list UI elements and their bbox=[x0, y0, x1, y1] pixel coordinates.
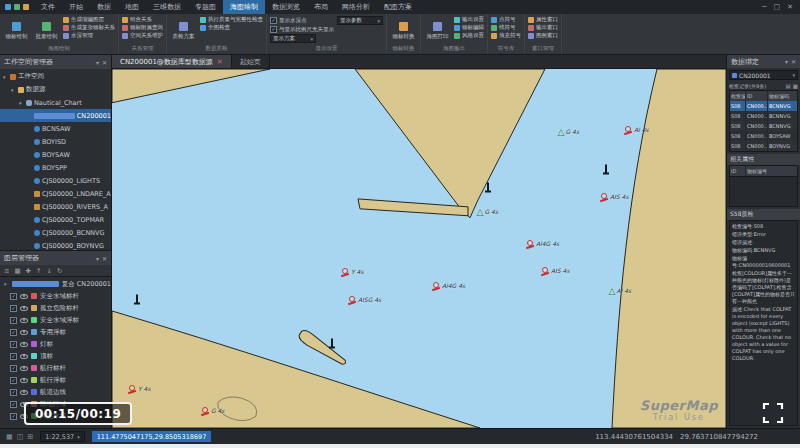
visibility-eye-icon[interactable] bbox=[20, 354, 28, 359]
check-table-row[interactable]: S08CN000…BCNNVG bbox=[730, 111, 797, 121]
ribbon-button[interactable]: 物标附属查询 bbox=[122, 24, 163, 31]
ribbon-tab[interactable]: 海图绘制 bbox=[223, 0, 265, 14]
map-symbol-buoy[interactable]: Al4G 4s bbox=[433, 282, 439, 288]
ribbon-tab[interactable]: 网络分析 bbox=[335, 0, 377, 14]
map-symbol-buoy[interactable]: Al 4s bbox=[625, 126, 631, 132]
map-symbol-buoy[interactable]: Y 4s bbox=[129, 385, 135, 391]
map-symbol-tri[interactable]: △G 4s bbox=[477, 208, 484, 217]
ribbon-button[interactable]: 生成复杂物标关系 bbox=[63, 24, 115, 31]
map-symbol-beacon[interactable] bbox=[487, 183, 489, 192]
add-layer-icon[interactable]: ✚ bbox=[26, 267, 31, 275]
list-view-icon[interactable]: ▤ bbox=[786, 83, 791, 89]
ribbon-dropdown[interactable]: 显示参数▾ bbox=[337, 16, 383, 25]
ribbon-button[interactable]: 质检方案 bbox=[170, 16, 197, 44]
tree-item[interactable]: ▾工作空间 bbox=[0, 70, 111, 83]
close-icon[interactable]: ✕ bbox=[102, 255, 107, 262]
map-symbol-buoy[interactable]: G 4s bbox=[202, 407, 208, 413]
tree-item[interactable]: BOYSPP bbox=[0, 161, 111, 174]
ribbon-tab[interactable]: 开始 bbox=[62, 0, 90, 14]
visibility-eye-icon[interactable] bbox=[20, 378, 28, 383]
collapse-icon[interactable]: ▾ bbox=[96, 59, 99, 66]
checkbox-icon[interactable]: ✓ bbox=[10, 377, 17, 384]
ribbon-checkbox[interactable]: ✓与显示比例尺无关显示 bbox=[270, 25, 334, 33]
layer-item[interactable]: ✓灯标 bbox=[0, 338, 111, 350]
map-symbol-buoy[interactable]: AIS 4s bbox=[601, 193, 607, 199]
map-symbol-tri[interactable]: △G 4s bbox=[558, 128, 565, 137]
dataset-combo[interactable]: CN200001 ▾ bbox=[729, 70, 798, 80]
grid-view-icon[interactable]: ▦ bbox=[793, 83, 798, 89]
layer-item[interactable]: ✓安全水域标杆 bbox=[0, 290, 111, 302]
checkbox-icon[interactable]: ✓ bbox=[10, 365, 17, 372]
tree-item[interactable]: CJS00000_LIGHTS bbox=[0, 174, 111, 187]
map-symbol-beacon[interactable] bbox=[605, 165, 607, 174]
move-up-icon[interactable]: ↑ bbox=[36, 267, 41, 275]
visibility-eye-icon[interactable] bbox=[20, 390, 28, 395]
layer-item[interactable]: ✓安全水域浮标 bbox=[0, 314, 111, 326]
tree-item[interactable]: BOYSAW bbox=[0, 148, 111, 161]
tree-item[interactable]: ▾Nautical_Chart bbox=[0, 96, 111, 109]
map-symbol-beacon[interactable] bbox=[136, 295, 138, 304]
map-symbol-buoy[interactable]: AIS 4s bbox=[542, 267, 548, 273]
fullscreen-button[interactable] bbox=[762, 402, 784, 424]
ribbon-tab[interactable]: 数据浏览 bbox=[265, 0, 307, 14]
layer-item[interactable]: ✓孤立危险标杆 bbox=[0, 302, 111, 314]
scale-combo[interactable]: 1:22,537 ▾ bbox=[40, 431, 85, 442]
visibility-eye-icon[interactable] bbox=[20, 318, 28, 323]
layer-item[interactable]: ✓航道边线 bbox=[0, 386, 111, 398]
ribbon-button[interactable]: 生成缩编图层 bbox=[63, 16, 115, 23]
expander-icon[interactable]: ▾ bbox=[11, 87, 16, 93]
tree-item[interactable]: CJS00000_LNDARE_A bbox=[0, 187, 111, 200]
close-icon[interactable]: ✕ bbox=[217, 58, 223, 66]
map-symbol-buoy[interactable]: Al4G 4s bbox=[527, 240, 533, 246]
ribbon-button[interactable]: 风格设置 bbox=[454, 32, 484, 39]
map-view[interactable]: △G 4s△G 4sAl 4sAIS 4sAl4G 4sAIS 4sAl4G 4… bbox=[112, 69, 726, 428]
checkbox-icon[interactable]: ✓ bbox=[10, 389, 17, 396]
ribbon-checkbox[interactable]: ✓显示水深点 bbox=[270, 16, 334, 24]
maximize-icon[interactable]: □ bbox=[774, 3, 781, 11]
ribbon-button[interactable]: 属性窗口 bbox=[528, 16, 558, 23]
layer-item[interactable]: ✓航行浮标 bbox=[0, 374, 111, 386]
ribbon-button[interactable]: 图例窗口 bbox=[528, 32, 558, 39]
ribbon-tab[interactable]: 布局 bbox=[307, 0, 335, 14]
map-symbol-buoy[interactable]: AISG 4s bbox=[349, 296, 355, 302]
checkbox-icon[interactable]: ✓ bbox=[10, 329, 17, 336]
ribbon-button[interactable]: 全图检查 bbox=[200, 24, 263, 31]
ribbon-button[interactable]: 物标绘制 bbox=[3, 16, 30, 44]
tree-item[interactable]: CJS00000_BOYNVG bbox=[0, 239, 111, 250]
ribbon-button[interactable]: 组合关系 bbox=[122, 16, 163, 23]
ribbon-button[interactable]: 填充符号 bbox=[491, 32, 521, 39]
layer-item[interactable]: ✓航行标杆 bbox=[0, 362, 111, 374]
tree-item[interactable]: CJS00000_RIVERS_A bbox=[0, 200, 111, 213]
refresh-icon[interactable]: ↻ bbox=[57, 267, 62, 275]
tree-item[interactable]: CJS00000_BCNNVG bbox=[0, 226, 111, 239]
close-icon[interactable]: ✕ bbox=[791, 58, 796, 65]
visibility-eye-icon[interactable] bbox=[20, 342, 28, 347]
minimize-icon[interactable]: ─ bbox=[762, 3, 766, 11]
ribbon-tab[interactable]: 专题图 bbox=[188, 0, 223, 14]
visibility-eye-icon[interactable] bbox=[20, 294, 28, 299]
map-symbol-tri[interactable]: △Al 4s bbox=[609, 287, 616, 296]
video-progress-bar[interactable] bbox=[0, 444, 800, 448]
checkbox-icon[interactable]: ✓ bbox=[10, 353, 17, 360]
ribbon-dropdown[interactable]: 显示方案▾ bbox=[270, 34, 316, 43]
visibility-eye-icon[interactable] bbox=[20, 306, 28, 311]
check-table-row[interactable]: S08CN000…BOYSAW bbox=[730, 131, 797, 141]
expander-icon[interactable]: ▾ bbox=[3, 74, 8, 80]
collapse-icon[interactable]: ▾ bbox=[785, 58, 788, 65]
map-symbol-beacon[interactable] bbox=[331, 339, 333, 348]
tree-item[interactable]: BCNSAW bbox=[0, 122, 111, 135]
thumbnail-icon[interactable]: ▦ bbox=[14, 267, 20, 275]
close-icon[interactable]: ✕ bbox=[102, 59, 107, 66]
tree-item[interactable]: BOYISD bbox=[0, 135, 111, 148]
check-table-row[interactable]: S08CN000…BCNNVG bbox=[730, 101, 797, 111]
layer-item[interactable]: ✓顶标 bbox=[0, 350, 111, 362]
collapse-icon[interactable]: ▾ bbox=[96, 255, 99, 262]
checkbox-icon[interactable]: ✓ bbox=[10, 317, 17, 324]
checkbox-icon[interactable]: ✓ bbox=[10, 293, 17, 300]
ribbon-tab[interactable]: 地图 bbox=[118, 0, 146, 14]
move-down-icon[interactable]: ↓ bbox=[47, 267, 52, 275]
quick-icon[interactable] bbox=[5, 4, 11, 10]
visibility-eye-icon[interactable] bbox=[20, 330, 28, 335]
grid-toggle-icon[interactable]: ⊞ bbox=[27, 433, 33, 441]
checkbox-icon[interactable]: ✓ bbox=[10, 341, 17, 348]
